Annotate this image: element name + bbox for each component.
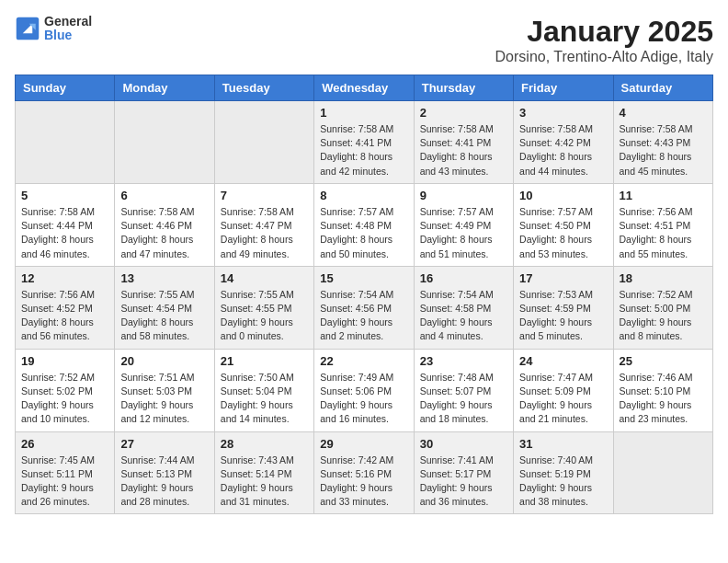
- day-info: Sunrise: 7:58 AM Sunset: 4:46 PM Dayligh…: [120, 205, 208, 261]
- table-row: 10Sunrise: 7:57 AM Sunset: 4:50 PM Dayli…: [514, 183, 613, 266]
- day-number: 19: [21, 354, 108, 368]
- calendar-table: Sunday Monday Tuesday Wednesday Thursday…: [15, 75, 713, 514]
- day-info: Sunrise: 7:52 AM Sunset: 5:02 PM Dayligh…: [21, 371, 108, 427]
- day-number: 10: [519, 189, 607, 202]
- table-row: 22Sunrise: 7:49 AM Sunset: 5:06 PM Dayli…: [314, 349, 414, 431]
- day-number: 2: [420, 106, 507, 120]
- table-row: [214, 101, 313, 184]
- table-row: 23Sunrise: 7:48 AM Sunset: 5:07 PM Dayli…: [414, 349, 513, 431]
- day-info: Sunrise: 7:58 AM Sunset: 4:41 PM Dayligh…: [420, 122, 507, 178]
- day-number: 21: [221, 354, 308, 368]
- day-number: 23: [420, 354, 507, 368]
- table-row: 27Sunrise: 7:44 AM Sunset: 5:13 PM Dayli…: [115, 431, 214, 514]
- table-row: [16, 101, 115, 184]
- table-row: 30Sunrise: 7:41 AM Sunset: 5:17 PM Dayli…: [414, 431, 513, 514]
- table-row: 12Sunrise: 7:56 AM Sunset: 4:52 PM Dayli…: [16, 266, 115, 349]
- table-row: 7Sunrise: 7:58 AM Sunset: 4:47 PM Daylig…: [214, 183, 313, 266]
- table-row: 24Sunrise: 7:47 AM Sunset: 5:09 PM Dayli…: [514, 349, 613, 431]
- table-row: 6Sunrise: 7:58 AM Sunset: 4:46 PM Daylig…: [115, 183, 214, 266]
- day-number: 16: [420, 271, 507, 285]
- table-row: 29Sunrise: 7:42 AM Sunset: 5:16 PM Dayli…: [314, 431, 414, 514]
- day-number: 24: [519, 354, 607, 368]
- table-row: 14Sunrise: 7:55 AM Sunset: 4:55 PM Dayli…: [214, 266, 313, 349]
- header-monday: Monday: [115, 75, 214, 101]
- day-number: 22: [320, 354, 407, 368]
- title-area: January 2025 Dorsino, Trentino-Alto Adig…: [495, 15, 713, 65]
- day-info: Sunrise: 7:42 AM Sunset: 5:16 PM Dayligh…: [320, 454, 407, 510]
- day-info: Sunrise: 7:45 AM Sunset: 5:11 PM Dayligh…: [21, 454, 108, 510]
- table-row: 15Sunrise: 7:54 AM Sunset: 4:56 PM Dayli…: [314, 266, 414, 349]
- day-info: Sunrise: 7:58 AM Sunset: 4:44 PM Dayligh…: [21, 205, 108, 261]
- logo: General Blue: [15, 15, 92, 43]
- table-row: 1Sunrise: 7:58 AM Sunset: 4:41 PM Daylig…: [314, 101, 414, 184]
- day-number: 18: [620, 271, 707, 285]
- day-number: 3: [519, 106, 607, 120]
- table-row: 25Sunrise: 7:46 AM Sunset: 5:10 PM Dayli…: [613, 349, 712, 431]
- day-number: 6: [120, 189, 208, 202]
- day-info: Sunrise: 7:57 AM Sunset: 4:49 PM Dayligh…: [420, 205, 507, 261]
- day-info: Sunrise: 7:58 AM Sunset: 4:41 PM Dayligh…: [320, 122, 407, 178]
- day-number: 20: [120, 354, 208, 368]
- calendar-week-row: 26Sunrise: 7:45 AM Sunset: 5:11 PM Dayli…: [16, 431, 713, 514]
- calendar-header-row: Sunday Monday Tuesday Wednesday Thursday…: [16, 75, 713, 101]
- day-number: 26: [21, 437, 108, 451]
- day-number: 27: [120, 437, 208, 451]
- table-row: 26Sunrise: 7:45 AM Sunset: 5:11 PM Dayli…: [16, 431, 115, 514]
- calendar-week-row: 5Sunrise: 7:58 AM Sunset: 4:44 PM Daylig…: [16, 183, 713, 266]
- day-info: Sunrise: 7:56 AM Sunset: 4:51 PM Dayligh…: [620, 205, 707, 261]
- day-number: 4: [620, 106, 707, 120]
- table-row: 31Sunrise: 7:40 AM Sunset: 5:19 PM Dayli…: [514, 431, 613, 514]
- header-friday: Friday: [514, 75, 613, 101]
- day-number: 5: [21, 189, 108, 202]
- table-row: [613, 431, 712, 514]
- day-number: 15: [320, 271, 407, 285]
- header-thursday: Thursday: [414, 75, 513, 101]
- table-row: 5Sunrise: 7:58 AM Sunset: 4:44 PM Daylig…: [16, 183, 115, 266]
- header-sunday: Sunday: [16, 75, 115, 101]
- calendar-week-row: 1Sunrise: 7:58 AM Sunset: 4:41 PM Daylig…: [16, 101, 713, 184]
- header-tuesday: Tuesday: [214, 75, 313, 101]
- calendar-week-row: 12Sunrise: 7:56 AM Sunset: 4:52 PM Dayli…: [16, 266, 713, 349]
- day-number: 13: [120, 271, 208, 285]
- table-row: 20Sunrise: 7:51 AM Sunset: 5:03 PM Dayli…: [115, 349, 214, 431]
- table-row: 18Sunrise: 7:52 AM Sunset: 5:00 PM Dayli…: [613, 266, 712, 349]
- logo-icon: [15, 16, 40, 41]
- day-info: Sunrise: 7:49 AM Sunset: 5:06 PM Dayligh…: [320, 371, 407, 427]
- day-info: Sunrise: 7:41 AM Sunset: 5:17 PM Dayligh…: [420, 454, 507, 510]
- table-row: 8Sunrise: 7:57 AM Sunset: 4:48 PM Daylig…: [314, 183, 414, 266]
- table-row: 19Sunrise: 7:52 AM Sunset: 5:02 PM Dayli…: [16, 349, 115, 431]
- location-title: Dorsino, Trentino-Alto Adige, Italy: [495, 49, 713, 65]
- day-info: Sunrise: 7:58 AM Sunset: 4:42 PM Dayligh…: [519, 122, 607, 178]
- day-info: Sunrise: 7:46 AM Sunset: 5:10 PM Dayligh…: [620, 371, 707, 427]
- month-title: January 2025: [495, 15, 713, 49]
- header-saturday: Saturday: [613, 75, 712, 101]
- day-number: 7: [221, 189, 308, 202]
- day-info: Sunrise: 7:47 AM Sunset: 5:09 PM Dayligh…: [519, 371, 607, 427]
- day-info: Sunrise: 7:55 AM Sunset: 4:55 PM Dayligh…: [221, 288, 308, 344]
- table-row: 3Sunrise: 7:58 AM Sunset: 4:42 PM Daylig…: [514, 101, 613, 184]
- day-number: 31: [519, 437, 607, 451]
- table-row: 17Sunrise: 7:53 AM Sunset: 4:59 PM Dayli…: [514, 266, 613, 349]
- day-info: Sunrise: 7:57 AM Sunset: 4:50 PM Dayligh…: [519, 205, 607, 261]
- day-info: Sunrise: 7:54 AM Sunset: 4:56 PM Dayligh…: [320, 288, 407, 344]
- day-info: Sunrise: 7:51 AM Sunset: 5:03 PM Dayligh…: [120, 371, 208, 427]
- day-info: Sunrise: 7:53 AM Sunset: 4:59 PM Dayligh…: [519, 288, 607, 344]
- day-info: Sunrise: 7:50 AM Sunset: 5:04 PM Dayligh…: [221, 371, 308, 427]
- day-info: Sunrise: 7:43 AM Sunset: 5:14 PM Dayligh…: [221, 454, 308, 510]
- day-info: Sunrise: 7:58 AM Sunset: 4:43 PM Dayligh…: [620, 122, 707, 178]
- day-info: Sunrise: 7:44 AM Sunset: 5:13 PM Dayligh…: [120, 454, 208, 510]
- day-number: 17: [519, 271, 607, 285]
- day-info: Sunrise: 7:55 AM Sunset: 4:54 PM Dayligh…: [120, 288, 208, 344]
- day-number: 12: [21, 271, 108, 285]
- header-wednesday: Wednesday: [314, 75, 414, 101]
- table-row: 13Sunrise: 7:55 AM Sunset: 4:54 PM Dayli…: [115, 266, 214, 349]
- day-number: 14: [221, 271, 308, 285]
- page-header: General Blue January 2025 Dorsino, Trent…: [15, 15, 713, 65]
- logo-blue-text: Blue: [44, 29, 92, 42]
- day-info: Sunrise: 7:48 AM Sunset: 5:07 PM Dayligh…: [420, 371, 507, 427]
- table-row: 21Sunrise: 7:50 AM Sunset: 5:04 PM Dayli…: [214, 349, 313, 431]
- day-info: Sunrise: 7:57 AM Sunset: 4:48 PM Dayligh…: [320, 205, 407, 261]
- day-number: 25: [620, 354, 707, 368]
- day-number: 28: [221, 437, 308, 451]
- day-info: Sunrise: 7:54 AM Sunset: 4:58 PM Dayligh…: [420, 288, 507, 344]
